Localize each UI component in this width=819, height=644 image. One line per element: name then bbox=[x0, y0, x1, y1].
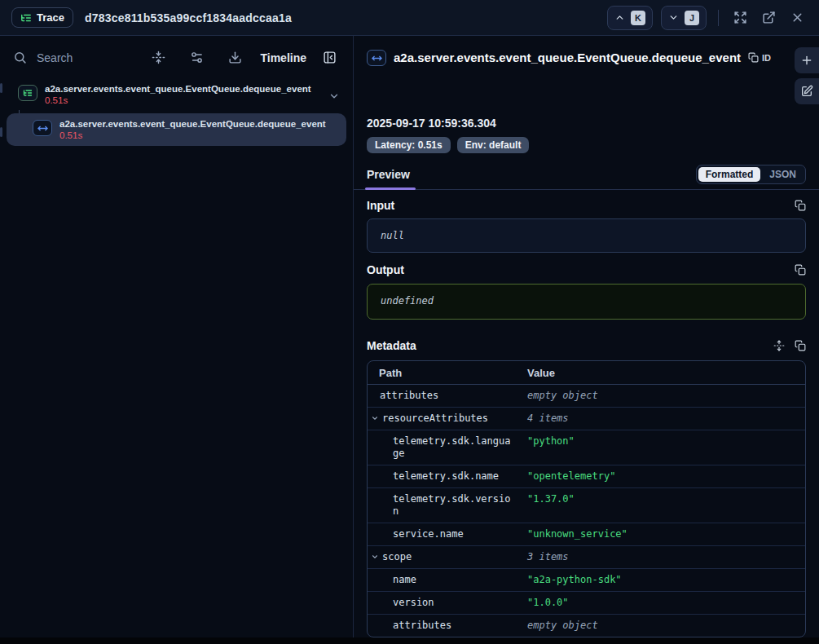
expand-rows-button[interactable] bbox=[773, 340, 785, 351]
input-heading: Input bbox=[367, 199, 394, 212]
copy-span-id-button[interactable]: ID bbox=[748, 52, 771, 63]
metadata-heading: Metadata bbox=[367, 339, 416, 352]
tree-item-trace-root[interactable]: a2a.server.events.event_queue.EventQueue… bbox=[7, 81, 346, 108]
top-bar: Trace d783ce811b535a99ccf1834aadccaa1a K… bbox=[0, 0, 819, 36]
table-row: telemetry.sdk.name "opentelemetry" bbox=[368, 465, 805, 488]
table-row-expandable[interactable]: resourceAttributes 4 items bbox=[368, 408, 805, 430]
row-key: name bbox=[368, 569, 516, 591]
minimap-mark bbox=[0, 83, 2, 93]
row-value: empty object bbox=[516, 615, 805, 637]
search-input[interactable] bbox=[37, 51, 126, 64]
metadata-table: Path Value attributes empty object resou… bbox=[367, 360, 806, 637]
shortcut-key-j: J bbox=[685, 11, 699, 25]
copy-metadata-button[interactable] bbox=[795, 340, 806, 351]
download-button[interactable] bbox=[225, 47, 245, 68]
row-value: "unknown_service" bbox=[516, 523, 805, 545]
timeline-toggle-label[interactable]: Timeline bbox=[260, 51, 306, 64]
download-icon bbox=[228, 51, 242, 64]
table-row: service.name "unknown_service" bbox=[368, 523, 805, 546]
next-trace-button[interactable]: J bbox=[661, 6, 707, 30]
chevron-down-icon[interactable] bbox=[371, 553, 379, 561]
expand-button[interactable] bbox=[730, 7, 751, 28]
span-label: a2a.server.events.event_queue.EventQueue… bbox=[45, 84, 311, 94]
table-row: version "1.0.0" bbox=[368, 592, 805, 615]
collapse-sidebar-button[interactable] bbox=[319, 47, 340, 68]
table-row: attributes empty object bbox=[368, 615, 805, 637]
annotate-button[interactable] bbox=[795, 78, 819, 104]
tree-item-span-selected[interactable]: a2a.server.events.event_queue.EventQueue… bbox=[7, 113, 346, 146]
copy-icon bbox=[748, 52, 759, 63]
sliders-icon bbox=[190, 51, 204, 64]
row-key: service.name bbox=[368, 523, 516, 545]
output-value: undefined bbox=[367, 284, 806, 320]
prev-trace-button[interactable]: K bbox=[607, 6, 653, 30]
span-detail-panel: a2a.server.events.event_queue.EventQueue… bbox=[354, 36, 819, 637]
edit-icon bbox=[800, 85, 813, 98]
row-value: 3 items bbox=[516, 546, 805, 568]
collapse-all-button[interactable] bbox=[148, 47, 169, 68]
row-key: telemetry.sdk.language bbox=[368, 430, 516, 465]
column-header-path: Path bbox=[368, 361, 516, 384]
output-heading: Output bbox=[367, 263, 404, 276]
latency-badge: Latency: 0.51s bbox=[367, 137, 451, 153]
expand-icon bbox=[733, 11, 747, 24]
trace-id: d783ce811b535a99ccf1834aadccaa1a bbox=[85, 11, 596, 24]
row-key: attributes bbox=[368, 615, 516, 637]
row-value: "1.37.0" bbox=[516, 488, 805, 523]
unfold-vertical-icon bbox=[773, 340, 785, 351]
table-row: telemetry.sdk.version "1.37.0" bbox=[368, 488, 805, 523]
column-header-value: Value bbox=[516, 361, 805, 384]
toggle-json[interactable]: JSON bbox=[762, 167, 804, 182]
chevron-down-icon[interactable] bbox=[371, 414, 379, 422]
chevron-up-icon bbox=[614, 12, 625, 23]
row-key: attributes bbox=[368, 385, 516, 407]
page-bottom-edge bbox=[0, 637, 819, 644]
toggle-formatted[interactable]: Formatted bbox=[698, 167, 761, 182]
span-timestamp: 2025-09-17 10:59:36.304 bbox=[367, 117, 806, 130]
view-settings-button[interactable] bbox=[187, 47, 207, 68]
trace-type-badge: Trace bbox=[11, 7, 73, 28]
table-row: telemetry.sdk.language "python" bbox=[368, 430, 805, 465]
row-value: "1.0.0" bbox=[516, 592, 805, 614]
table-row: attributes empty object bbox=[368, 385, 805, 408]
detail-header: a2a.server.events.event_queue.EventQueue… bbox=[367, 49, 806, 66]
span-duration: 0.51s bbox=[59, 130, 326, 140]
close-button[interactable] bbox=[787, 7, 808, 28]
format-toggle: Formatted JSON bbox=[696, 165, 806, 184]
chevron-down-icon bbox=[668, 12, 679, 23]
row-key: version bbox=[368, 592, 516, 614]
copy-icon bbox=[795, 264, 806, 276]
span-arrows-icon bbox=[33, 120, 52, 136]
trace-badge-label: Trace bbox=[37, 11, 64, 24]
row-value: 4 items bbox=[516, 408, 805, 430]
span-title: a2a.server.events.event_queue.EventQueue… bbox=[394, 51, 741, 64]
table-row-expandable[interactable]: scope 3 items bbox=[368, 546, 805, 569]
minimap-mark bbox=[0, 127, 2, 137]
row-value: empty object bbox=[516, 385, 805, 407]
span-duration: 0.51s bbox=[45, 95, 311, 105]
fold-vertical-icon bbox=[152, 51, 165, 64]
span-label: a2a.server.events.event_queue.EventQueue… bbox=[59, 119, 326, 129]
copy-input-button[interactable] bbox=[795, 200, 806, 211]
search-icon bbox=[13, 51, 27, 64]
sidebar-toolbar: Timeline bbox=[0, 36, 353, 76]
open-in-new-window-button[interactable] bbox=[759, 7, 779, 28]
row-key: telemetry.sdk.version bbox=[368, 488, 516, 523]
copy-icon bbox=[795, 200, 806, 211]
table-header-row: Path Value bbox=[368, 361, 805, 385]
shortcut-key-k: K bbox=[631, 11, 645, 25]
row-value: "python" bbox=[516, 430, 805, 465]
chevron-down-icon[interactable] bbox=[328, 84, 340, 102]
row-value: "a2a-python-sdk" bbox=[516, 569, 805, 591]
copy-output-button[interactable] bbox=[795, 264, 806, 276]
add-to-dataset-button[interactable] bbox=[795, 47, 819, 73]
row-key: telemetry.sdk.name bbox=[368, 465, 516, 487]
copy-icon bbox=[795, 340, 806, 351]
id-label: ID bbox=[762, 53, 771, 63]
external-link-icon bbox=[762, 11, 776, 24]
panel-collapse-icon bbox=[323, 51, 337, 64]
detail-tabs: Preview Formatted JSON bbox=[354, 165, 819, 190]
trace-tree-icon bbox=[20, 12, 32, 24]
table-row: name "a2a-python-sdk" bbox=[368, 569, 805, 592]
tab-preview[interactable]: Preview bbox=[367, 166, 413, 189]
